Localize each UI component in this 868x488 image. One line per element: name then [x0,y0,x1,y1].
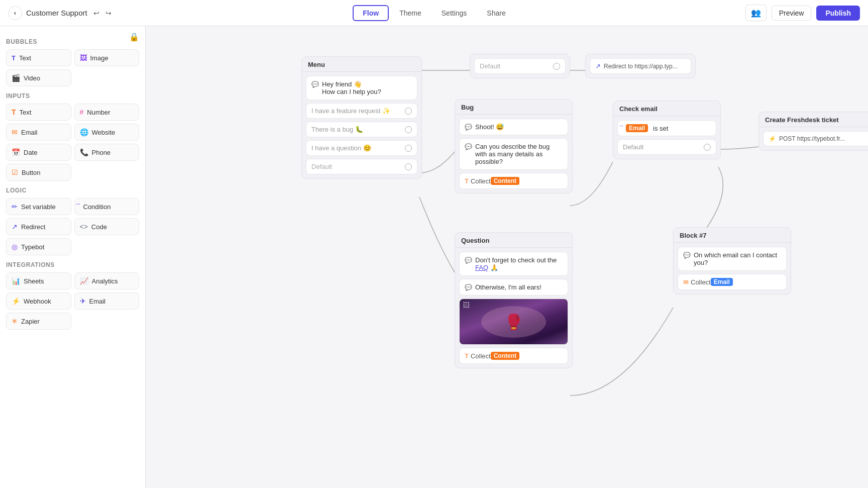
menu-choice-question-text: I have a question 😊 [311,144,371,152]
top-default-text: Default [480,62,500,70]
check-email-filter[interactable]: ⃛ Email is set [617,120,716,136]
sidebar-item-email[interactable]: ✉ Email [6,124,71,141]
top-default-connector[interactable] [553,63,560,70]
redirect-action[interactable]: ↗ Redirect to https://app.typ... [590,58,691,74]
sidebar-item-sheets[interactable]: 📊 Sheets [6,272,71,289]
bubbles-grid: T Text 🖼 Image 🎬 Video [6,49,139,86]
question-title: Question [455,233,572,248]
logic-grid: ✏ Set variable ⃛ Condition ↗ Redirect <>… [6,198,139,255]
menu-choice-question[interactable]: I have a question 😊 [306,140,417,156]
bug-shoot[interactable]: 💬 Shoot! 😅 [459,119,568,135]
sidebar-item-redirect[interactable]: ↗ Redirect [6,218,71,235]
sidebar-item-phone[interactable]: 📞 Phone [74,144,140,161]
analytics-label: Analytics [92,277,118,285]
text-bubble-icon: T [12,54,16,62]
preview-button[interactable]: Preview [772,6,812,21]
collect-label-b7: ✉ [683,278,689,286]
canvas[interactable]: ⋯ Default ↗ Redirect to https://app.typ.… [146,26,868,488]
bug-describe[interactable]: 💬 Can you describe the bug with as many … [459,138,568,170]
sheets-icon: 📊 [12,277,20,285]
lock-icon: 🔒 [129,32,139,42]
menu-choice-bug[interactable]: There is a bug 🐛 [306,122,417,137]
image-icon: 🖼 [80,54,87,62]
sheets-label: Sheets [24,277,44,285]
sidebar-item-date[interactable]: 📅 Date [6,144,71,161]
block7-collect[interactable]: ✉ Collect Email [678,274,787,290]
check-email-default-connector[interactable] [704,144,711,151]
sidebar-item-webhook[interactable]: ⚡ Webhook [6,292,71,310]
sidebar-item-code[interactable]: <> Code [74,218,140,235]
sidebar-item-condition[interactable]: ⃛ Condition [74,198,140,215]
block7-body: 💬 On which email can I contact you? ✉ Co… [674,243,791,294]
button-icon: ☑ [12,168,18,176]
sidebar-item-image[interactable]: 🖼 Image [74,49,140,66]
menu-default[interactable]: Default [306,159,417,174]
bug-connector[interactable] [405,126,412,133]
sidebar-item-number[interactable]: # Number [74,104,140,121]
freshdesk-body: ⚡ POST https://typebot.fr... [759,127,868,150]
block7-bubble-text: On which email can I contact you? [694,251,781,266]
sidebar-item-typebot[interactable]: ◎ Typebot [6,238,71,255]
sidebar-item-website[interactable]: 🌐 Website [74,124,140,141]
sidebar-item-email-int[interactable]: ✈ Email [74,292,140,310]
menu-greeting[interactable]: 💬 Hey friend 👋How can I help you? [306,76,417,100]
logic-section-title: Logic [6,187,139,194]
block-freshdesk: Create Freshdesk ticket ⚡ POST https://t… [758,112,868,151]
is-set-text: is set [653,125,668,132]
sidebar-item-set-variable[interactable]: ✏ Set variable [6,198,71,215]
question-faq[interactable]: 💬 Don't forget to check out the FAQ 🙏 [459,252,568,276]
webhook-label: Webhook [24,298,51,305]
sidebar-item-text[interactable]: T Text [6,49,71,66]
inputs-grid: T Text # Number ✉ Email 🌐 Website 📅 Date… [6,104,139,181]
project-name: Customer Support [26,9,87,17]
freshdesk-action-icon: ⚡ [769,135,776,142]
tab-flow[interactable]: Flow [353,5,389,21]
question-faq-text: Don't forget to check out the FAQ 🙏 [475,256,563,271]
date-label: Date [24,149,37,156]
menu-default-connector[interactable] [405,163,412,170]
email-int-icon: ✈ [80,297,86,305]
collect-tag-content-q: Content [491,352,519,360]
collect-text-b7: Collect [691,278,711,286]
condition-label: Condition [83,203,111,211]
question-body: 💬 Don't forget to check out the FAQ 🙏 💬 … [455,248,572,368]
sidebar-item-text-input[interactable]: T Text [6,104,71,121]
freshdesk-action[interactable]: ⚡ POST https://typebot.fr... [763,131,868,146]
question-connector[interactable] [405,145,412,152]
email-int-label: Email [89,298,106,305]
sidebar-item-button[interactable]: ☑ Button [6,164,71,181]
redo-button[interactable]: ↪ [103,7,114,19]
button-label: Button [22,169,41,176]
email-label: Email [21,129,38,136]
tab-theme[interactable]: Theme [390,6,431,21]
menu-choice-feature[interactable]: I have a feature request ✨ [306,103,417,119]
video-icon: 🎬 [12,74,20,82]
analytics-icon: 📈 [80,277,88,285]
question-collect[interactable]: T Collect Content [459,348,568,364]
publish-button[interactable]: Publish [816,6,860,21]
freshdesk-title: Create Freshdesk ticket [759,112,868,127]
sidebar-item-analytics[interactable]: 📈 Analytics [74,272,140,289]
feature-connector[interactable] [405,108,412,115]
tab-settings[interactable]: Settings [432,6,477,21]
undo-redo-group: ↩ ↪ [91,7,114,19]
undo-button[interactable]: ↩ [91,7,101,19]
question-image[interactable]: 🖼 🥊 [459,299,568,345]
collect-text-q: Collect [471,352,491,360]
sidebar-item-zapier[interactable]: ✳ Zapier [6,313,71,330]
question-all-ears[interactable]: 💬 Otherwise, I'm all ears! [459,279,568,296]
top-default-input[interactable]: Default [474,58,566,74]
redirect-body: ↗ Redirect to https://app.typ... [586,54,695,78]
image-placeholder: 🖼 🥊 [460,299,568,344]
bug-collect[interactable]: T Collect Content [459,173,568,189]
bubble-icon-1: 💬 [311,81,319,88]
check-email-default[interactable]: Default [617,139,716,155]
tab-share[interactable]: Share [477,6,515,21]
block7-bubble[interactable]: 💬 On which email can I contact you? [678,247,787,271]
menu-choice-feature-text: I have a feature request ✨ [311,107,390,115]
freshdesk-action-text: POST https://typebot.fr... [779,135,845,142]
back-button[interactable]: ‹ [8,6,22,20]
share-users-button[interactable]: 👥 [745,5,767,21]
sidebar-item-video[interactable]: 🎬 Video [6,69,71,86]
block-redirect: ↗ Redirect to https://app.typ... [585,54,696,78]
